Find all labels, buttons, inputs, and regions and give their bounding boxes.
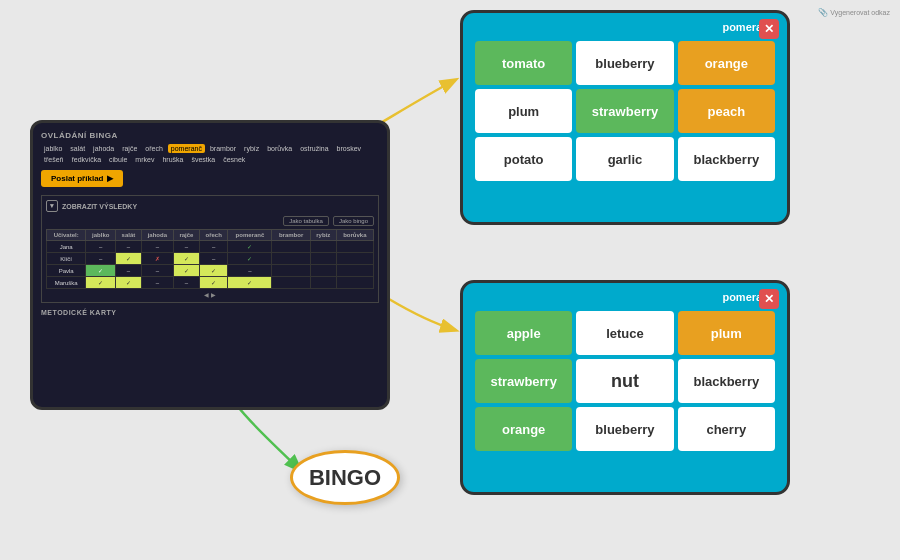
bingo-cell[interactable]: blackberry — [678, 359, 775, 403]
bingo-cell[interactable]: cherry — [678, 407, 775, 451]
bingo-cell[interactable]: strawberry — [576, 89, 673, 133]
table-row: Klíčí – ✓ ✗ ✓ – ✓ — [47, 253, 374, 265]
word-pomeranc[interactable]: pomeranč — [168, 144, 205, 153]
top-bingo-grid: tomato blueberry orange plum strawberry … — [471, 41, 779, 181]
col-pomeranc: pomeranč — [228, 230, 272, 241]
table-row: Jana – – – – – ✓ — [47, 241, 374, 253]
toggle-arrow[interactable]: ▾ — [46, 200, 58, 212]
metodicke-label: METODICKÉ KARTY — [41, 309, 379, 316]
bingo-cell[interactable]: orange — [678, 41, 775, 85]
word-hruska[interactable]: hruška — [159, 155, 186, 164]
col-rybiz: rybíz — [310, 230, 336, 241]
send-example-button[interactable]: Poslat příklad ▶ — [41, 170, 123, 187]
bingo-cell[interactable]: apple — [475, 311, 572, 355]
bottom-card-label: pomeranč — [471, 291, 779, 303]
bingo-cell[interactable]: plum — [678, 311, 775, 355]
col-jablko: jablko — [86, 230, 116, 241]
bingo-cell[interactable]: letuce — [576, 311, 673, 355]
col-boruvka: borůvka — [336, 230, 373, 241]
bingo-cell[interactable]: plum — [475, 89, 572, 133]
bingo-cell[interactable]: strawberry — [475, 359, 572, 403]
word-salat[interactable]: salát — [67, 144, 88, 153]
word-boruvka[interactable]: borůvka — [264, 144, 295, 153]
results-section: ▾ ZOBRAZIT VÝSLEDKY Jako tabulka Jako bi… — [41, 195, 379, 303]
word-jahoda[interactable]: jahoda — [90, 144, 117, 153]
bingo-cell[interactable]: blueberry — [576, 41, 673, 85]
word-brambor[interactable]: brambor — [207, 144, 239, 153]
col-ucivatel: Učivatel: — [47, 230, 86, 241]
word-redkvicka[interactable]: ředkvička — [68, 155, 104, 164]
col-brambor: brambor — [272, 230, 311, 241]
bingo-card-bottom: ✕ pomeranč apple letuce plum strawberry … — [460, 280, 790, 495]
word-ostruzina[interactable]: ostružina — [297, 144, 331, 153]
bingo-cell[interactable]: blackberry — [678, 137, 775, 181]
bingo-cell[interactable]: tomato — [475, 41, 572, 85]
jako-buttons: Jako tabulka Jako bingo — [46, 216, 374, 226]
word-broskev[interactable]: broskev — [334, 144, 365, 153]
close-bottom-card-button[interactable]: ✕ — [759, 289, 779, 309]
bingo-cell[interactable]: peach — [678, 89, 775, 133]
word-tresen[interactable]: třešeň — [41, 155, 66, 164]
word-svestka[interactable]: švestka — [188, 155, 218, 164]
jako-tabulka-button[interactable]: Jako tabulka — [283, 216, 329, 226]
word-rajce[interactable]: rajče — [119, 144, 140, 153]
word-mrkev[interactable]: mrkev — [132, 155, 157, 164]
col-jahoda: jahoda — [141, 230, 173, 241]
bingo-cell[interactable]: blueberry — [576, 407, 673, 451]
bingo-cell[interactable]: garlic — [576, 137, 673, 181]
results-table: Učivatel: jablko salát jahoda rajče ořec… — [46, 229, 374, 289]
word-list: jablko salát jahoda rajče ořech pomeranč… — [41, 144, 379, 164]
word-cibule[interactable]: cibule — [106, 155, 130, 164]
word-cesnek[interactable]: česnek — [220, 155, 248, 164]
word-orech[interactable]: ořech — [142, 144, 166, 153]
col-orech: ořech — [199, 230, 228, 241]
table-row: Maruška ✓ ✓ – – ✓ ✓ — [47, 277, 374, 289]
bingo-bubble: BINGO — [290, 450, 400, 505]
close-top-card-button[interactable]: ✕ — [759, 19, 779, 39]
results-toggle[interactable]: ▾ ZOBRAZIT VÝSLEDKY — [46, 200, 374, 212]
col-rajce: rajče — [174, 230, 200, 241]
table-row: Pavla ✓ – – ✓ ✓ – — [47, 265, 374, 277]
bingo-cell[interactable]: potato — [475, 137, 572, 181]
top-card-label: pomeranč — [471, 21, 779, 33]
bottom-bingo-grid: apple letuce plum strawberry nut blackbe… — [471, 311, 779, 451]
vygenerovat-link[interactable]: 📎 Vygenerovat odkaz — [818, 8, 890, 17]
col-salat: salát — [116, 230, 141, 241]
main-screen-title: OVLÁDÁNÍ BINGA — [41, 131, 379, 140]
bingo-cell[interactable]: nut — [576, 359, 673, 403]
jako-bingo-button[interactable]: Jako bingo — [333, 216, 374, 226]
word-jablko[interactable]: jablko — [41, 144, 65, 153]
main-screen: OVLÁDÁNÍ BINGA jablko salát jahoda rajče… — [30, 120, 390, 410]
word-rybiz[interactable]: rybíz — [241, 144, 262, 153]
bingo-cell[interactable]: orange — [475, 407, 572, 451]
bingo-card-top: ✕ pomeranč tomato blueberry orange plum … — [460, 10, 790, 225]
